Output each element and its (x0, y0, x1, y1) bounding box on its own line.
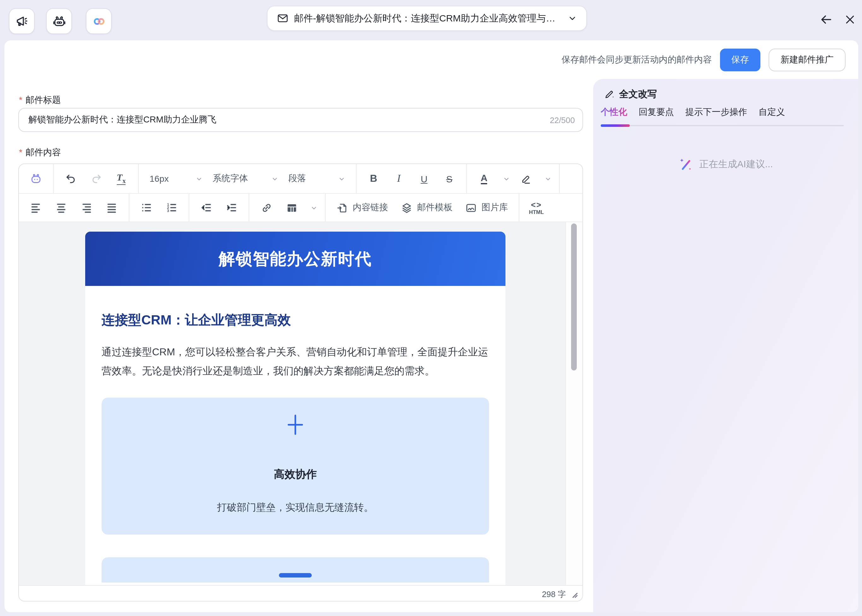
paragraph-style-select[interactable]: 段落 (283, 168, 350, 189)
font-color-dropdown[interactable] (498, 168, 512, 189)
plus-icon (283, 413, 307, 437)
save-button[interactable]: 保存 (720, 49, 760, 71)
content-link-button[interactable]: 内容链接 (334, 198, 390, 218)
align-right-icon (81, 202, 92, 213)
align-center-button[interactable] (50, 198, 72, 218)
ai-assistant-button[interactable] (25, 168, 47, 189)
close-icon (844, 13, 856, 26)
feature-card[interactable]: 高效协作 打破部门壁垒，实现信息无缝流转。 (102, 398, 489, 534)
ai-tabs: 个性化 回复要点 提示下一步操作 自定义 (601, 107, 785, 118)
chevron-down-icon (567, 13, 578, 24)
font-size-select[interactable]: 16px (144, 168, 207, 189)
editor-toolbar-row2: 1 2 3 (19, 194, 583, 222)
email-heading[interactable]: 连接型CRM：让企业管理更高效 (102, 311, 489, 329)
edit-pen-icon (604, 89, 615, 100)
integrations-button[interactable] (86, 8, 112, 34)
tab-personalize[interactable]: 个性化 (601, 107, 627, 118)
tab-next-step[interactable]: 提示下一步操作 (685, 107, 747, 118)
active-tab-indicator (601, 124, 630, 127)
ai-rewrite-sidebar: 全文改写 个性化 回复要点 提示下一步操作 自定义 (593, 79, 858, 612)
feature-card-2[interactable] (102, 557, 489, 583)
editor-scrollbar[interactable] (565, 222, 583, 585)
banner-title: 解锁智能办公新时代 (219, 248, 372, 270)
align-left-button[interactable] (25, 198, 47, 218)
table-dropdown[interactable] (305, 198, 319, 218)
align-right-button[interactable] (75, 198, 98, 218)
plus-icon-partial (279, 573, 312, 577)
tab-reply-points[interactable]: 回复要点 (639, 107, 674, 118)
bullet-list-icon (141, 202, 152, 213)
layers-icon (401, 202, 413, 214)
chevron-down-icon (311, 204, 317, 211)
close-button[interactable] (842, 11, 858, 28)
insert-link-button[interactable] (255, 198, 278, 218)
highlight-dropdown[interactable] (540, 168, 553, 189)
image-icon (465, 202, 477, 214)
highlight-button[interactable] (514, 168, 537, 189)
underline-button[interactable]: U (413, 168, 435, 189)
email-template-button[interactable]: 邮件模板 (399, 198, 454, 218)
ai-generating-status: 正在生成AI建议... (593, 157, 858, 171)
align-center-icon (55, 202, 67, 213)
back-arrow-icon (819, 13, 833, 27)
robot-icon (52, 14, 67, 29)
font-color-icon: A (480, 173, 487, 185)
editor-scrollbar-thumb[interactable] (571, 223, 577, 371)
megaphone-icon (14, 14, 29, 29)
email-selector[interactable]: 邮件-解锁智能办公新时代：连接型CRM助力企业高效管理与增长 (267, 6, 587, 31)
sync-note: 保存邮件会同步更新活动内的邮件内容 (562, 54, 712, 66)
new-campaign-button[interactable]: 新建邮件推广 (769, 49, 846, 71)
undo-icon (65, 173, 77, 185)
magic-wand-icon (678, 157, 692, 171)
assistant-button[interactable] (46, 8, 72, 34)
resize-handle-icon[interactable] (570, 591, 578, 598)
editor-footer: 298 字 (19, 585, 583, 602)
char-counter: 22/500 (550, 108, 575, 132)
undo-button[interactable] (59, 168, 82, 189)
italic-button[interactable]: I (388, 168, 410, 189)
chevron-down-icon (545, 175, 551, 182)
redo-button[interactable] (85, 168, 107, 189)
align-left-icon (30, 202, 42, 213)
chevron-down-icon (272, 175, 278, 182)
tab-custom[interactable]: 自定义 (758, 107, 785, 118)
bullet-list-button[interactable] (135, 198, 158, 218)
chevron-down-icon (196, 175, 203, 182)
link-icon (260, 202, 272, 214)
ai-robot-icon (29, 172, 43, 185)
required-mark: * (19, 147, 22, 157)
required-mark: * (19, 95, 22, 105)
email-title-field: 22/500 (18, 108, 583, 132)
email-selector-label: 邮件-解锁智能办公新时代：连接型CRM助力企业高效管理与增长 (294, 12, 562, 24)
bold-button[interactable]: B (362, 168, 385, 189)
align-justify-icon (106, 202, 118, 213)
email-paragraph[interactable]: 通过连接型CRM，您可以轻松整合客户关系、营销自动化和订单管理，全面提升企业运营… (102, 343, 489, 381)
clear-format-button[interactable]: Tx (110, 168, 132, 189)
strikethrough-button[interactable]: S (438, 168, 461, 189)
mail-icon (276, 12, 289, 25)
image-gallery-button[interactable]: 图片库 (463, 198, 510, 218)
announce-button[interactable] (9, 8, 35, 34)
editor-toolbar-row1: Tx 16px 系统字体 段落 (19, 164, 583, 194)
ai-sidebar-title: 全文改写 (604, 88, 657, 101)
content-link-icon (336, 202, 349, 214)
email-content-canvas[interactable]: 解锁智能办公新时代 连接型CRM：让企业管理更高效 通过连接型CRM，您可以轻松… (19, 222, 583, 585)
indent-button[interactable] (220, 198, 243, 218)
email-banner[interactable]: 解锁智能办公新时代 (85, 232, 506, 286)
numbered-list-button[interactable]: 1 2 3 (160, 198, 183, 218)
font-color-button[interactable]: A (473, 168, 495, 189)
app-window: 邮件-解锁智能办公新时代：连接型CRM助力企业高效管理与增长 保存邮件会同步更新… (0, 0, 862, 616)
align-justify-button[interactable] (100, 198, 123, 218)
html-source-button[interactable]: <> HTML (525, 198, 548, 218)
font-family-select[interactable]: 系统字体 (207, 168, 283, 189)
feature-card-title: 高效协作 (274, 467, 317, 482)
clear-format-icon: Tx (117, 172, 126, 185)
highlighter-icon (520, 173, 532, 185)
email-preview: 解锁智能办公新时代 连接型CRM：让企业管理更高效 通过连接型CRM，您可以轻松… (85, 232, 506, 585)
insert-table-button[interactable] (280, 198, 303, 218)
rich-text-editor: Tx 16px 系统字体 段落 (18, 163, 583, 602)
code-icon: <> (531, 201, 542, 209)
outdent-button[interactable] (195, 198, 218, 218)
email-title-input[interactable] (18, 108, 583, 132)
back-button[interactable] (818, 11, 834, 28)
